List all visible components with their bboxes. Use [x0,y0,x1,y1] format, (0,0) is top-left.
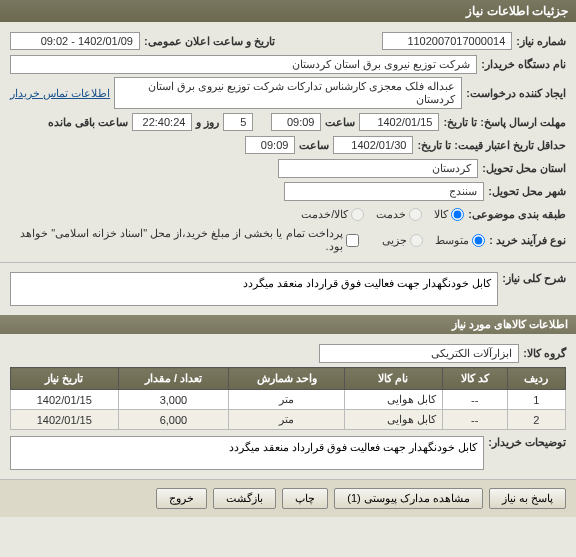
pay-note-text: پرداخت تمام یا بخشی از مبلغ خرید،از محل … [10,227,343,253]
valid-label: حداقل تاریخ اعتبار قیمت: تا تاریخ: [417,139,566,152]
desc-textarea[interactable] [10,272,498,306]
creator-value: عبداله فلک معجزی کارشناس تدارکات شرکت تو… [114,77,462,109]
table-row[interactable]: 2 -- کابل هوایی متر 6,000 1402/01/15 [11,410,566,430]
cat-goods-option[interactable]: کالا [434,208,464,221]
cell-date: 1402/01/15 [11,410,119,430]
pay-note-checkbox[interactable] [346,234,359,247]
valid-date: 1402/01/30 [333,136,413,154]
cell-code: -- [442,410,507,430]
city-label: شهر محل تحویل: [488,185,566,198]
city-value: سنندج [284,182,484,201]
col-row: ردیف [507,368,565,390]
proc-med-option[interactable]: متوسط [435,234,485,247]
proc-med-label: متوسط [435,234,469,247]
cat-service-option[interactable]: خدمت [376,208,422,221]
contact-info-link[interactable]: اطلاعات تماس خریدار [10,87,110,100]
deadline-label: مهلت ارسال پاسخ: تا تاریخ: [443,116,566,129]
col-qty: تعداد / مقدار [118,368,229,390]
items-table: ردیف کد کالا نام کالا واحد شمارش تعداد /… [10,367,566,430]
col-code: کد کالا [442,368,507,390]
proc-partial-radio[interactable] [410,234,423,247]
cat-goods-label: کالا [434,208,448,221]
province-value: کردستان [278,159,478,178]
cat-goods-radio[interactable] [451,208,464,221]
col-date: تاریخ نیاز [11,368,119,390]
proc-partial-label: جزیی [382,234,407,247]
day-label: روز و [196,116,219,129]
proc-med-radio[interactable] [472,234,485,247]
buyer-note-label: توضیحات خریدار: [488,436,566,449]
valid-time: 09:09 [245,136,295,154]
buyer-note-textarea[interactable] [10,436,484,470]
col-name: نام کالا [344,368,442,390]
time-label-1: ساعت [325,116,355,129]
items-header: اطلاعات کالاهای مورد نیاز [0,315,576,334]
days-value: 5 [223,113,253,131]
creator-label: ایجاد کننده درخواست: [466,87,566,100]
remain-label: ساعت باقی مانده [48,116,128,129]
announce-date-value: 1402/01/09 - 09:02 [10,32,140,50]
cell-n: 1 [507,390,565,410]
buyer-value: شرکت توزیع نیروی برق استان کردستان [10,55,477,74]
need-no-label: شماره نیاز: [516,35,566,48]
group-value: ابزارآلات الکتریکی [319,344,519,363]
exit-button[interactable]: خروج [156,488,207,509]
proc-label: نوع فرآیند خرید : [489,234,566,247]
deadline-time: 09:09 [271,113,321,131]
desc-label: شرح کلی نیاز: [502,272,566,285]
cell-qty: 3,000 [118,390,229,410]
cat-both-radio[interactable] [351,208,364,221]
col-unit: واحد شمارش [229,368,344,390]
cell-unit: متر [229,390,344,410]
category-label: طبقه بندی موضوعی: [468,208,566,221]
cell-n: 2 [507,410,565,430]
back-button[interactable]: بازگشت [213,488,276,509]
cell-unit: متر [229,410,344,430]
cell-code: -- [442,390,507,410]
group-label: گروه کالا: [523,347,566,360]
button-bar: پاسخ به نیاز مشاهده مدارک پیوستی (1) چاپ… [0,479,576,517]
cell-qty: 6,000 [118,410,229,430]
time-label-2: ساعت [299,139,329,152]
main-panel: جزئیات اطلاعات نیاز شماره نیاز: 11020070… [0,0,576,517]
attachments-button[interactable]: مشاهده مدارک پیوستی (1) [334,488,483,509]
cell-name: کابل هوایی [344,390,442,410]
reply-button[interactable]: پاسخ به نیاز [489,488,566,509]
table-row[interactable]: 1 -- کابل هوایی متر 3,000 1402/01/15 [11,390,566,410]
cell-date: 1402/01/15 [11,390,119,410]
cat-service-label: خدمت [376,208,406,221]
pay-note-option[interactable]: پرداخت تمام یا بخشی از مبلغ خرید،از محل … [10,227,359,253]
remain-time: 22:40:24 [132,113,192,131]
panel-header: جزئیات اطلاعات نیاز [0,0,576,22]
province-label: استان محل تحویل: [482,162,566,175]
cat-service-radio[interactable] [409,208,422,221]
print-button[interactable]: چاپ [282,488,328,509]
announce-date-label: تاریخ و ساعت اعلان عمومی: [144,35,275,48]
cat-both-option[interactable]: کالا/خدمت [301,208,364,221]
need-no-value: 1102007017000014 [382,32,512,50]
proc-partial-option[interactable]: جزیی [382,234,423,247]
cell-name: کابل هوایی [344,410,442,430]
cat-both-label: کالا/خدمت [301,208,348,221]
deadline-date: 1402/01/15 [359,113,439,131]
buyer-label: نام دستگاه خریدار: [481,58,566,71]
